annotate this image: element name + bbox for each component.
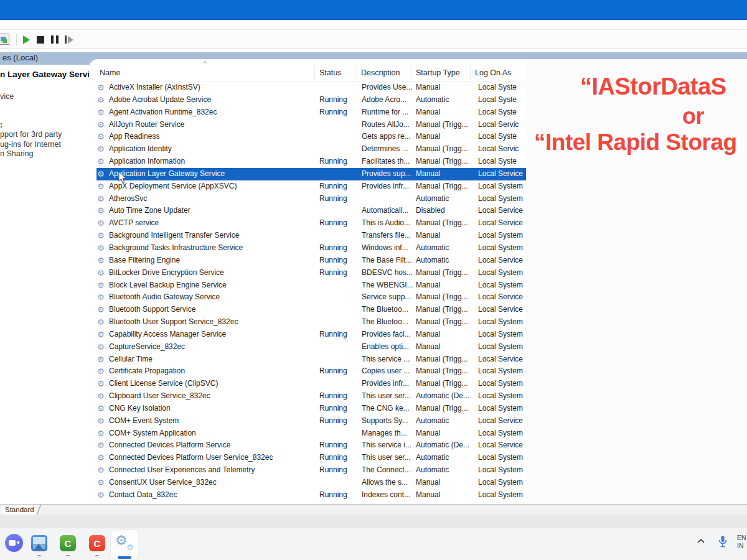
table-row[interactable]: ⚙Auto Time Zone UpdaterAutomaticall...Di… bbox=[89, 205, 526, 217]
service-description-cell: Gets apps re... bbox=[362, 131, 411, 143]
service-startup-type-cell: Automatic bbox=[416, 254, 449, 267]
service-startup-type-cell: Manual bbox=[416, 131, 440, 143]
table-row[interactable]: ⚙Base Filtering EngineRunningThe Base Fi… bbox=[89, 254, 526, 267]
table-row[interactable]: ⚙AVCTP serviceRunningThis is Audio...Man… bbox=[89, 217, 526, 230]
service-gear-icon: ⚙ bbox=[97, 217, 105, 230]
camtasia-green-icon[interactable]: C bbox=[60, 535, 76, 551]
service-log-on-as-cell: Local System bbox=[478, 242, 526, 254]
photos-icon[interactable] bbox=[31, 535, 47, 551]
table-row[interactable]: ⚙App ReadinessGets apps re...ManualLocal… bbox=[89, 131, 526, 143]
service-name-cell: AppX Deployment Service (AppXSVC) bbox=[109, 180, 237, 193]
service-description-cell: Determines ... bbox=[362, 143, 408, 156]
console-tab-label[interactable]: es (Local) bbox=[2, 53, 38, 62]
service-startup-type-cell: Manual bbox=[416, 489, 440, 502]
service-log-on-as-cell: Local Service bbox=[478, 168, 526, 180]
table-row[interactable]: ⚙Application InformationRunningFacilitat… bbox=[89, 156, 526, 168]
service-name-cell: Connected Devices Platform User Service_… bbox=[109, 452, 273, 464]
table-row[interactable]: ⚙Certificate PropagationRunningCopies us… bbox=[89, 365, 526, 378]
table-row[interactable]: ⚙Cellular TimeThis service ...Manual (Tr… bbox=[89, 353, 526, 366]
table-row[interactable]: ⚙Capability Access Manager ServiceRunnin… bbox=[89, 329, 526, 341]
service-status-cell: Running bbox=[319, 156, 347, 168]
table-row[interactable]: ⚙Adobe Acrobat Update ServiceRunningAdob… bbox=[89, 94, 526, 106]
table-row[interactable]: ⚙Bluetooth Support ServiceThe Bluetoo...… bbox=[89, 304, 526, 316]
microphone-icon[interactable] bbox=[717, 534, 728, 552]
service-log-on-as-cell: Local System bbox=[478, 378, 526, 390]
table-row[interactable]: ⚙Background Tasks Infrastructure Service… bbox=[89, 242, 526, 254]
service-log-on-as-cell: Local System bbox=[478, 230, 526, 242]
table-row-selected[interactable]: ⚙Application Layer Gateway ServiceProvid… bbox=[89, 168, 526, 180]
service-status-cell: Running bbox=[319, 106, 347, 119]
pause-service-icon bbox=[51, 35, 59, 44]
table-row[interactable]: ⚙COM+ Event SystemRunningSupports Sy...A… bbox=[89, 415, 526, 427]
table-row[interactable]: ⚙ActiveX Installer (AxInstSV)Provides Us… bbox=[89, 82, 526, 94]
table-row[interactable]: ⚙Bluetooth Audio Gateway ServiceService … bbox=[89, 291, 526, 304]
table-row[interactable]: ⚙Client License Service (ClipSVC)Provide… bbox=[89, 378, 526, 390]
service-description-cell: The Bluetoo... bbox=[362, 304, 408, 316]
service-gear-icon: ⚙ bbox=[97, 489, 105, 502]
tab-standard[interactable]: Standard bbox=[1, 505, 37, 515]
zoom-icon[interactable] bbox=[5, 534, 23, 552]
table-row[interactable]: ⚙COM+ System ApplicationManages th...Man… bbox=[89, 427, 526, 440]
service-log-on-as-cell: Local Service bbox=[478, 415, 526, 427]
chevron-up-icon[interactable] bbox=[696, 537, 706, 548]
services-gear-icon[interactable]: ⚙ ⚙ bbox=[111, 530, 138, 559]
column-header-log-on-as[interactable]: Log On As bbox=[475, 68, 511, 77]
service-gear-icon: ⚙ bbox=[97, 390, 105, 403]
table-row[interactable]: ⚙AppX Deployment Service (AppXSVC)Runnin… bbox=[89, 180, 526, 193]
service-log-on-as-cell: Local Servic bbox=[478, 143, 526, 156]
language-indicator[interactable]: EN IN bbox=[737, 534, 746, 549]
table-row[interactable]: ⚙CNG Key IsolationRunningThe CNG ke...Ma… bbox=[89, 403, 526, 415]
column-header-description[interactable]: Description bbox=[361, 68, 400, 77]
table-row[interactable]: ⚙Contact Data_832ecRunningIndexes cont..… bbox=[89, 489, 526, 502]
start-service-icon bbox=[23, 35, 30, 44]
service-description-cell: Windows inf... bbox=[362, 242, 408, 254]
table-row[interactable]: ⚙BitLocker Drive Encryption ServiceRunni… bbox=[89, 267, 526, 279]
service-description-cell: Automaticall... bbox=[362, 205, 408, 217]
service-log-on-as-cell: Local Servic bbox=[478, 119, 526, 131]
service-name-cell: AtherosSvc bbox=[109, 193, 147, 205]
table-row[interactable]: ⚙Bluetooth User Support Service_832ecThe… bbox=[89, 316, 526, 329]
camtasia-red-icon[interactable]: C bbox=[89, 535, 105, 551]
column-header-name[interactable]: Name bbox=[100, 68, 120, 77]
service-startup-type-cell: Manual (Trigg... bbox=[416, 119, 468, 131]
service-log-on-as-cell: Local System bbox=[478, 427, 526, 440]
table-row[interactable]: ⚙Background Intelligent Transfer Service… bbox=[89, 230, 526, 242]
start-service-button[interactable] bbox=[19, 32, 33, 47]
table-row[interactable]: ⚙CaptureService_832ecEnables opti...Manu… bbox=[89, 341, 526, 353]
table-row[interactable]: ⚙Clipboard User Service_832ecRunningThis… bbox=[89, 390, 526, 403]
table-row[interactable]: ⚙Block Level Backup Engine ServiceThe WB… bbox=[89, 279, 526, 292]
stop-service-button[interactable] bbox=[34, 32, 47, 47]
service-log-on-as-cell: Local System bbox=[478, 180, 526, 193]
service-name-cell: Background Tasks Infrastructure Service bbox=[109, 242, 243, 254]
column-header-status[interactable]: Status bbox=[319, 68, 341, 77]
table-row[interactable]: ⚙Connected User Experiences and Telemetr… bbox=[89, 464, 526, 477]
mouse-cursor bbox=[118, 172, 127, 187]
service-log-on-as-cell: Local Syste bbox=[478, 131, 526, 143]
table-row[interactable]: ⚙AtherosSvcRunningAutomaticLocal System bbox=[89, 193, 526, 205]
restart-service-button[interactable] bbox=[62, 32, 76, 47]
service-description-cell: Copies user ... bbox=[362, 365, 410, 378]
service-name-cell: Adobe Acrobat Update Service bbox=[109, 94, 211, 106]
service-startup-type-cell: Manual bbox=[416, 106, 440, 119]
table-row[interactable]: ⚙Connected Devices Platform ServiceRunni… bbox=[89, 439, 526, 452]
table-row[interactable]: ⚙AllJoyn Router ServiceRoutes AllJo...Ma… bbox=[89, 119, 526, 131]
service-name-cell: App Readiness bbox=[109, 131, 159, 143]
service-description-cell: The CNG ke... bbox=[362, 403, 410, 415]
service-gear-icon: ⚙ bbox=[97, 168, 105, 180]
console-window-icon[interactable] bbox=[0, 34, 9, 45]
service-description-cell: This service i... bbox=[362, 439, 411, 452]
service-log-on-as-cell: Local System bbox=[478, 464, 526, 477]
service-action-link[interactable]: vice bbox=[0, 92, 14, 101]
column-header-startup-type[interactable]: Startup Type bbox=[416, 68, 460, 77]
service-startup-type-cell: Manual (Trigg... bbox=[416, 316, 468, 329]
service-gear-icon: ⚙ bbox=[97, 106, 105, 119]
table-row[interactable]: ⚙Connected Devices Platform User Service… bbox=[89, 452, 526, 464]
service-startup-type-cell: Automatic bbox=[416, 242, 449, 254]
left-panel: n Layer Gateway Service vice : pport for… bbox=[0, 65, 89, 504]
service-status-cell: Running bbox=[319, 452, 347, 464]
table-row[interactable]: ⚙Application IdentityDetermines ...Manua… bbox=[89, 143, 526, 156]
column-separator bbox=[355, 65, 355, 80]
table-row[interactable]: ⚙Agent Activation Runtime_832ecRunningRu… bbox=[89, 106, 526, 119]
pause-service-button[interactable] bbox=[48, 32, 62, 47]
table-row[interactable]: ⚙ConsentUX User Service_832ecAllows the … bbox=[89, 477, 526, 489]
